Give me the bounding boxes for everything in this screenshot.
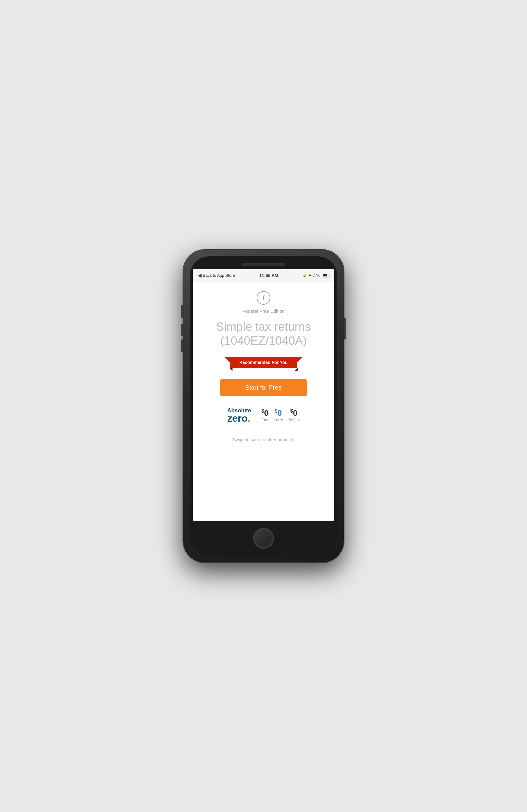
phone-screen: ◀ Back to App Store 11:55 AM 🔒 ✱ 77% bbox=[193, 269, 334, 521]
az-divider bbox=[256, 406, 256, 425]
ribbon-container: Recommended For You bbox=[202, 357, 325, 368]
back-label: Back to App Store bbox=[203, 273, 235, 278]
phone-bottom bbox=[254, 521, 273, 556]
product-title: Simple tax returns (1040EZ/1040A) bbox=[216, 320, 311, 348]
az-price-state: $0 State bbox=[273, 409, 283, 422]
product-title-line1: Simple tax returns bbox=[216, 320, 311, 333]
az-price-tofile: $0 To File bbox=[288, 409, 300, 422]
info-icon: i bbox=[257, 291, 270, 305]
app-content: i Federal Free Edition Simple tax return… bbox=[193, 282, 334, 521]
az-word2: zero. bbox=[227, 413, 251, 423]
start-button[interactable]: Start for Free bbox=[220, 379, 307, 396]
az-tofile-label: To File bbox=[288, 418, 300, 422]
az-dot: . bbox=[248, 413, 251, 424]
phone-inner: ◀ Back to App Store 11:55 AM 🔒 ✱ 77% bbox=[190, 256, 337, 556]
phone-device: ◀ Back to App Store 11:55 AM 🔒 ✱ 77% bbox=[183, 249, 344, 563]
home-button[interactable] bbox=[254, 528, 273, 548]
lock-icon: 🔒 bbox=[303, 273, 307, 277]
az-state-label: State bbox=[273, 418, 283, 422]
az-fed-label: Fed bbox=[261, 418, 268, 422]
status-right: 🔒 ✱ 77% bbox=[303, 273, 329, 278]
ribbon-right-tail bbox=[295, 368, 298, 371]
status-time: 11:55 AM bbox=[259, 273, 278, 278]
az-tofile-amount: $0 bbox=[290, 409, 297, 417]
ribbon-banner: Recommended For You bbox=[230, 357, 297, 368]
absolute-zero-section: Absolute zero. $0 Fed bbox=[227, 406, 300, 425]
az-state-amount: $0 bbox=[275, 409, 282, 417]
swipe-hint: (Swipe to see our other products) bbox=[231, 437, 296, 442]
battery-percent: 77% bbox=[313, 273, 320, 278]
absolute-zero-logo: Absolute zero. bbox=[227, 408, 251, 423]
phone-speaker bbox=[242, 263, 285, 265]
status-back[interactable]: ◀ Back to App Store bbox=[198, 272, 235, 278]
product-title-line2: (1040EZ/1040A) bbox=[221, 334, 307, 347]
az-prices: $0 Fed $0 State $0 bbox=[261, 409, 300, 422]
edition-label: Federal Free Edition bbox=[242, 308, 285, 314]
ribbon-left-tail bbox=[229, 368, 232, 371]
status-bar: ◀ Back to App Store 11:55 AM 🔒 ✱ 77% bbox=[193, 269, 334, 282]
info-icon-container: i bbox=[257, 291, 270, 305]
battery-indicator bbox=[322, 274, 329, 277]
az-fed-amount: $0 bbox=[261, 409, 269, 417]
back-arrow-icon: ◀ bbox=[198, 272, 201, 278]
ribbon-text: Recommended For You bbox=[239, 360, 288, 365]
az-price-fed: $0 Fed bbox=[261, 409, 269, 422]
bluetooth-icon: ✱ bbox=[308, 273, 311, 277]
